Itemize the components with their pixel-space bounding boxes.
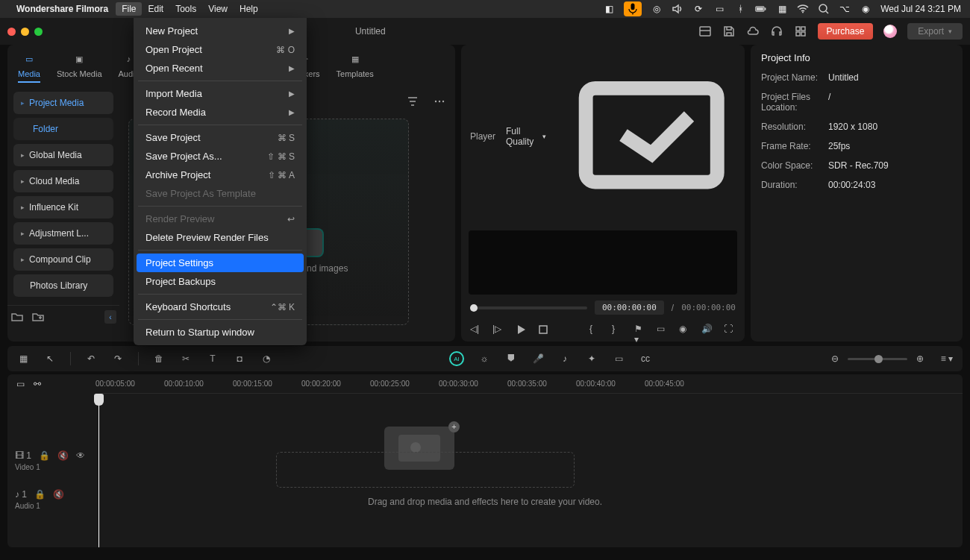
snapshot-compare-icon[interactable] bbox=[567, 51, 736, 221]
menu-item-project-backups[interactable]: Project Backups bbox=[137, 272, 304, 291]
sys-icon[interactable]: ◎ bbox=[651, 3, 663, 15]
sidebar-photos-library[interactable]: Photos Library bbox=[13, 274, 113, 297]
collapse-sidebar-icon[interactable]: ‹ bbox=[104, 310, 116, 324]
visibility-icon[interactable]: 👁 bbox=[76, 450, 85, 461]
zoom-slider[interactable] bbox=[848, 358, 907, 360]
mute-icon[interactable]: 🔇 bbox=[57, 450, 69, 461]
redo-icon[interactable]: ↷ bbox=[111, 352, 125, 365]
text-icon[interactable]: T bbox=[206, 352, 219, 365]
grid-icon[interactable]: ▦ bbox=[16, 352, 30, 365]
prev-frame-icon[interactable]: ◁| bbox=[470, 324, 482, 336]
sync-icon[interactable]: ⟳ bbox=[692, 3, 704, 15]
sidebar-adjustment-l-[interactable]: ▸Adjustment L... bbox=[13, 222, 113, 245]
tab-stock-media[interactable]: ▣Stock Media bbox=[57, 51, 102, 83]
control-center-icon[interactable]: ⌥ bbox=[839, 3, 851, 15]
search-icon[interactable] bbox=[818, 3, 830, 15]
link-icon[interactable]: ⚯ bbox=[34, 379, 41, 389]
more-icon[interactable] bbox=[433, 95, 446, 108]
add-icon[interactable]: + bbox=[448, 421, 460, 432]
user-avatar[interactable] bbox=[883, 25, 897, 38]
menu-item-delete-preview-render-files[interactable]: Delete Preview Render Files bbox=[137, 228, 304, 247]
lock-icon[interactable]: 🔒 bbox=[39, 450, 50, 461]
music-icon[interactable]: ♪ bbox=[558, 352, 572, 365]
crop-icon[interactable]: ◘ bbox=[233, 352, 246, 365]
clock[interactable]: Wed Jul 24 3:21 PM bbox=[880, 4, 961, 14]
track-manager-icon[interactable]: ▭ bbox=[16, 379, 25, 389]
menu-item-import-media[interactable]: Import Media▶ bbox=[137, 84, 304, 103]
play-icon[interactable] bbox=[515, 324, 527, 336]
sys-icon[interactable]: ◧ bbox=[603, 3, 615, 15]
bluetooth-icon[interactable]: ᚼ bbox=[734, 3, 746, 15]
apps-icon[interactable] bbox=[794, 25, 807, 38]
sidebar-project-media[interactable]: ▸Project Media bbox=[13, 92, 113, 114]
purchase-button[interactable]: Purchase bbox=[818, 23, 874, 40]
close-window[interactable] bbox=[7, 28, 16, 36]
timeline-dropzone[interactable] bbox=[276, 452, 575, 488]
voice-icon[interactable]: 🎤 bbox=[531, 352, 545, 365]
effects-icon[interactable]: ✦ bbox=[585, 352, 598, 365]
menu-view[interactable]: View bbox=[202, 2, 234, 16]
wifi-icon[interactable] bbox=[797, 3, 809, 15]
new-folder-icon[interactable] bbox=[10, 310, 24, 324]
menu-item-open-recent[interactable]: Open Recent▶ bbox=[137, 59, 304, 78]
menu-tools[interactable]: Tools bbox=[169, 2, 202, 16]
quality-selector[interactable]: Full Quality▾ bbox=[506, 126, 546, 147]
new-bin-icon[interactable] bbox=[31, 310, 45, 324]
siri-icon[interactable]: ◉ bbox=[860, 3, 872, 15]
microphone-indicator[interactable] bbox=[624, 1, 642, 16]
menu-item-record-media[interactable]: Record Media▶ bbox=[137, 103, 304, 122]
calendar-icon[interactable]: ▦ bbox=[776, 3, 788, 15]
tab-media[interactable]: ▭Media bbox=[18, 51, 40, 83]
playhead[interactable] bbox=[98, 394, 99, 547]
filter-icon[interactable] bbox=[406, 95, 419, 108]
seek-bar[interactable] bbox=[470, 306, 587, 309]
ai-button[interactable]: AI bbox=[449, 351, 464, 366]
headphone-icon[interactable] bbox=[770, 25, 783, 38]
select-tool-icon[interactable]: ↖ bbox=[43, 352, 57, 365]
timecode-current[interactable]: 00:00:00:00 bbox=[595, 301, 664, 315]
volume-icon[interactable] bbox=[672, 3, 683, 15]
layout-icon[interactable] bbox=[698, 25, 712, 38]
menu-item-save-project-as-[interactable]: Save Project As...⇧ ⌘ S bbox=[137, 147, 304, 166]
undo-icon[interactable]: ↶ bbox=[84, 352, 98, 365]
fullscreen-icon[interactable]: ⛶ bbox=[724, 324, 736, 336]
menu-item-project-settings[interactable]: Project Settings bbox=[137, 254, 304, 272]
snapshot-icon[interactable]: ◉ bbox=[679, 324, 691, 336]
fit-icon[interactable]: ≡ ▾ bbox=[940, 352, 954, 365]
menu-help[interactable]: Help bbox=[234, 2, 264, 16]
display-icon[interactable]: ▭ bbox=[713, 3, 725, 15]
zoom-out-icon[interactable]: ⊖ bbox=[828, 352, 842, 365]
mark-in-icon[interactable]: { bbox=[589, 324, 601, 336]
shield-icon[interactable]: ⛊ bbox=[504, 352, 518, 365]
mark-out-icon[interactable]: } bbox=[612, 324, 624, 336]
sidebar-compound-clip[interactable]: ▸Compound Clip bbox=[13, 248, 113, 271]
menu-item-new-project[interactable]: New Project▶ bbox=[137, 22, 304, 40]
display-mode-icon[interactable]: ▭ bbox=[657, 324, 669, 336]
menu-item-keyboard-shortcuts[interactable]: Keyboard Shortcuts⌃⌘ K bbox=[137, 298, 304, 316]
brightness-icon[interactable]: ☼ bbox=[478, 352, 491, 365]
tab-templates[interactable]: ▦Templates bbox=[337, 51, 374, 83]
menu-item-archive-project[interactable]: Archive Project⇧ ⌘ A bbox=[137, 166, 304, 184]
menu-file[interactable]: File bbox=[116, 2, 142, 16]
menu-item-return-to-startup-window[interactable]: Return to Startup window bbox=[137, 323, 304, 342]
delete-icon[interactable]: 🗑 bbox=[152, 352, 166, 365]
timeline-ruler[interactable]: 00:00:05:0000:00:10:0000:00:15:0000:00:2… bbox=[96, 374, 963, 394]
menu-edit[interactable]: Edit bbox=[142, 2, 169, 16]
sidebar-influence-kit[interactable]: ▸Influence Kit bbox=[13, 196, 113, 218]
battery-icon[interactable] bbox=[755, 3, 767, 15]
zoom-window[interactable] bbox=[34, 28, 43, 36]
cloud-icon[interactable] bbox=[746, 25, 760, 38]
preview-canvas[interactable] bbox=[469, 230, 737, 295]
sidebar-folder[interactable]: Folder bbox=[13, 118, 113, 140]
save-icon[interactable] bbox=[722, 25, 736, 38]
caption-icon[interactable]: cc bbox=[639, 352, 652, 365]
sidebar-global-media[interactable]: ▸Global Media bbox=[13, 144, 113, 166]
color-icon[interactable]: ◔ bbox=[260, 352, 273, 365]
app-name[interactable]: Wondershare Filmora bbox=[16, 4, 108, 14]
step-back-icon[interactable]: |▷ bbox=[492, 324, 504, 336]
volume-icon[interactable]: 🔊 bbox=[701, 324, 713, 336]
menu-item-open-project[interactable]: Open Project⌘ O bbox=[137, 40, 304, 59]
cut-icon[interactable]: ✂ bbox=[179, 352, 193, 365]
export-button[interactable]: Export▾ bbox=[907, 23, 963, 40]
zoom-in-icon[interactable]: ⊕ bbox=[913, 352, 927, 365]
